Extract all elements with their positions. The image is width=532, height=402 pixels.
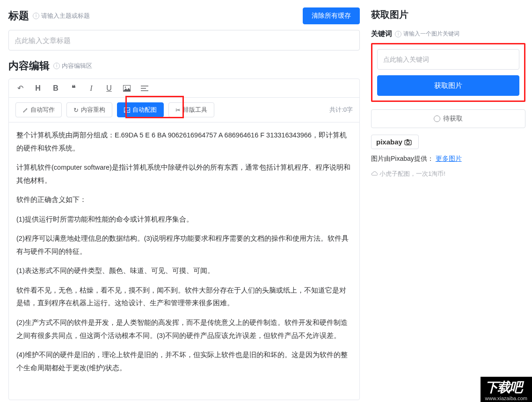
info-icon: i [53, 63, 60, 69]
paragraph: 软件看不见，无色，枯燥，看不见，摸不到，闻不到。软件大部分存在于人们的头脑或纸上… [16, 284, 352, 310]
pixabay-badge: pixabay [371, 135, 419, 149]
image-icon[interactable] [122, 85, 131, 92]
keyword-label: 关键词 [371, 29, 392, 38]
align-icon[interactable] [140, 85, 149, 92]
svg-point-7 [407, 141, 409, 144]
editor-header: 内容编辑 i 内容编辑区 [8, 59, 360, 73]
pending-button[interactable]: 待获取 [371, 109, 525, 128]
camera-icon [404, 139, 414, 145]
restructure-button[interactable]: ↻ 内容重构 [66, 102, 112, 117]
layout-tool-button[interactable]: ✂ 排版工具 [168, 102, 214, 117]
paragraph: 整个计算机系统由两部分组成：E.69DA 5 E 6 BA 9062616964… [16, 129, 352, 155]
info-icon: i [395, 31, 401, 37]
cloud-icon [371, 171, 378, 177]
sidebar-title: 获取图片 [371, 8, 525, 21]
fetch-image-button[interactable]: 获取图片 [377, 75, 519, 96]
tool-icon: ✂ [175, 107, 181, 114]
paragraph: (4)维护不同的硬件是旧的，理论上软件是旧的，并不坏，但实际上软件也是旧的和坏的… [16, 349, 352, 374]
word-count: 共计:0字 [329, 106, 353, 114]
auto-write-button[interactable]: 自动写作 [15, 102, 62, 117]
title-label: 标题 [8, 9, 29, 23]
paragraph: (1)表达形式不同的硬件类型、颜色、味道、可见、可摸、可闻。 [16, 265, 352, 278]
clear-cache-button[interactable]: 清除所有缓存 [303, 7, 360, 24]
paragraph: 软件的正确含义如下： [16, 194, 352, 207]
action-toolbar: 自动写作 ↻ 内容重构 自动配图 ✂ 排版工具 共计:0字 [9, 98, 359, 122]
refresh-icon: ↻ [73, 107, 79, 114]
italic-icon[interactable]: I [87, 84, 96, 93]
underline-icon[interactable]: U [104, 84, 114, 93]
title-header: 标题 i 请输入主题或标题 清除所有缓存 [8, 7, 360, 24]
editor-label: 内容编辑 [8, 59, 50, 73]
info-icon: i [33, 13, 39, 19]
circle-icon [434, 115, 440, 122]
paragraph: (2)生产方式不同的软件是开发，是人类智能的高发挥，而不是传统意义上的硬件制造。… [16, 316, 352, 342]
auto-image-button[interactable]: 自动配图 [117, 102, 164, 117]
svg-rect-8 [407, 139, 408, 141]
editor-box: ↶ H B ❝ I U 自动写作 ↻ [8, 79, 360, 400]
paragraph: 计算机软件(computer software)是指计算机系统中除硬件以外的所有… [16, 161, 352, 187]
provided-by-row: 图片由Pixabay提供： 更多图片 [371, 155, 525, 163]
editor-content[interactable]: 整个计算机系统由两部分组成：E.69DA 5 E 6 BA 9062616964… [9, 122, 359, 400]
title-hint: i 请输入主题或标题 [33, 12, 90, 20]
bold-icon[interactable]: B [51, 84, 60, 93]
editor-hint: i 内容编辑区 [53, 62, 92, 70]
keyword-label-row: 关键词 i 请输入一个图片关键词 [371, 29, 525, 38]
keyword-highlight-box: 获取图片 [371, 43, 525, 102]
watermark: 下载吧 www.xiazaiba.com [481, 377, 532, 400]
more-images-link[interactable]: 更多图片 [436, 155, 462, 162]
paragraph: (2)程序可以满意地处理信息的数据结构。(3)说明程序功能要求和程序需要的文档的… [16, 232, 352, 258]
quote-icon[interactable]: ❝ [69, 84, 78, 93]
format-toolbar: ↶ H B ❝ I U [9, 79, 359, 98]
keyword-hint: i 请输入一个图片关键词 [395, 30, 459, 38]
tip-row: 小虎子配图，一次1淘币! [371, 170, 525, 178]
undo-icon[interactable]: ↶ [15, 84, 25, 93]
heading-icon[interactable]: H [33, 84, 43, 93]
article-title-input[interactable] [8, 30, 360, 50]
paragraph: (1)提供运行时所需功能和性能的命令或计算机程序集合。 [16, 213, 352, 226]
keyword-input[interactable] [377, 49, 519, 70]
svg-point-1 [125, 86, 126, 88]
